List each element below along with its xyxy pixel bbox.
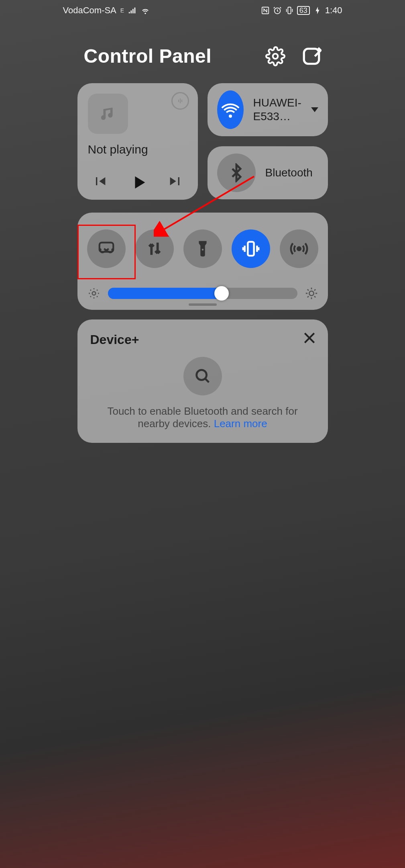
brightness-low-icon: [87, 287, 101, 300]
vibrate-toggle[interactable]: [232, 229, 270, 268]
device-plus-text: Touch to enable Bluetooth and search for…: [107, 405, 297, 430]
wifi-tile[interactable]: HUAWEI-E533…: [208, 83, 328, 136]
wifi-toggle[interactable]: [217, 90, 244, 129]
brightness-high-icon: [305, 287, 318, 300]
flashlight-toggle[interactable]: [183, 229, 222, 268]
device-plus-search-button[interactable]: [183, 357, 222, 395]
svg-rect-4: [304, 49, 319, 64]
flashlight-icon: [193, 240, 212, 258]
charging-icon: [313, 6, 322, 15]
alarm-icon: [273, 6, 282, 15]
media-play-button[interactable]: [130, 173, 146, 189]
mobile-data-toggle[interactable]: [135, 229, 174, 268]
skip-previous-icon: [92, 173, 108, 189]
device-plus-title: Device+: [90, 332, 315, 347]
brightness-track[interactable]: [108, 288, 297, 299]
svg-point-11: [196, 370, 206, 380]
bluetooth-tile[interactable]: Bluetooth: [208, 146, 328, 199]
search-icon: [193, 367, 212, 385]
media-prev-button[interactable]: [92, 173, 108, 189]
device-plus-message: Touch to enable Bluetooth and search for…: [90, 405, 315, 430]
carrier-label: VodaCom-SA: [63, 5, 116, 16]
music-note-icon: [99, 104, 117, 123]
album-art-placeholder: [88, 94, 128, 134]
mobile-data-icon: [145, 240, 164, 258]
device-plus-card: Device+ Touch to enable Bluetooth and se…: [77, 319, 328, 443]
media-status: Not playing: [88, 143, 187, 156]
status-bar: VodaCom-SA E 63 1:40: [56, 0, 350, 21]
svg-rect-6: [248, 242, 254, 256]
audio-output-button[interactable]: [171, 92, 189, 110]
bluetooth-toggle[interactable]: [217, 154, 256, 192]
clock: 1:40: [325, 5, 342, 16]
hotspot-toggle[interactable]: [280, 229, 318, 268]
close-icon: [301, 330, 317, 346]
svg-point-7: [297, 247, 301, 250]
settings-button[interactable]: [265, 46, 285, 66]
bluetooth-label: Bluetooth: [265, 166, 313, 180]
learn-more-link[interactable]: Learn more: [214, 418, 267, 430]
svg-point-3: [273, 53, 278, 59]
media-card[interactable]: Not playing: [77, 83, 198, 200]
brightness-fill: [108, 288, 222, 299]
quick-toggles-card: [77, 213, 328, 310]
drag-handle[interactable]: [189, 303, 217, 306]
page-title: Control Panel: [84, 45, 212, 67]
svg-rect-2: [288, 7, 291, 14]
hotspot-icon: [290, 240, 308, 258]
wifi-ssid: HUAWEI-E533…: [253, 96, 301, 123]
network-type: E: [120, 7, 124, 14]
vibrate-status-icon: [285, 6, 294, 15]
gear-icon: [265, 46, 285, 66]
brightness-slider[interactable]: [87, 287, 318, 300]
edit-button[interactable]: [301, 46, 322, 66]
nfc-icon: [261, 6, 270, 15]
bluetooth-icon: [227, 163, 246, 182]
play-icon: [130, 173, 148, 192]
brightness-thumb[interactable]: [214, 286, 229, 301]
signal-icon: [128, 6, 137, 15]
annotation-highlight-box: [77, 225, 136, 279]
control-panel-header: Control Panel: [56, 21, 350, 83]
sound-wave-icon: [175, 96, 185, 106]
edit-icon: [301, 46, 322, 66]
vibrate-icon: [242, 240, 260, 258]
svg-point-9: [309, 291, 313, 295]
skip-next-icon: [167, 173, 183, 189]
battery-level: 63: [297, 6, 310, 15]
device-plus-close-button[interactable]: [301, 330, 317, 346]
chevron-down-icon[interactable]: [311, 107, 318, 112]
svg-point-8: [92, 292, 96, 295]
wifi-icon: [141, 6, 150, 15]
media-next-button[interactable]: [167, 173, 183, 189]
wifi-icon: [221, 100, 240, 119]
